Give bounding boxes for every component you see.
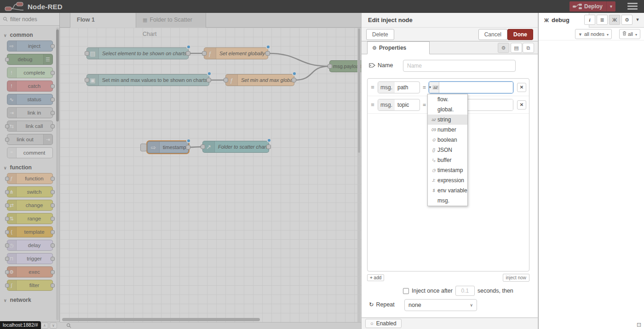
funnel-icon: ▼ [578,32,582,37]
repeat-icon: ↻ [369,301,374,308]
env-variable-type-icon: $ [430,185,437,196]
delete-button[interactable]: Delete [366,29,394,40]
dialog-footer: ○Enabled [362,317,538,329]
buffer-type-icon: ¹₀ [430,155,437,165]
msg-prefix: msg. [378,82,395,93]
type-option-env-variable[interactable]: $env variable [428,185,467,196]
inject-now-button[interactable]: inject now [503,274,529,282]
tab-debug[interactable]: Жdebug [539,13,589,28]
sidebar-options-caret[interactable]: ▾ [634,15,641,25]
inject-once-row: Inject once after seconds, then [403,286,513,296]
chevron-down-icon: ▾ [607,33,609,37]
property-key-path[interactable]: msg. path [378,81,420,93]
sidebar-header: Жdebug i ≣ Ж ⚙ ▾ [539,13,644,28]
browser-status-tooltip: localhost:1882/# [0,321,41,329]
type-option-label: env variable [437,185,467,196]
add-property-button[interactable]: + add [367,274,384,281]
debug-sidebar: Жdebug i ≣ Ж ⚙ ▾ ▼all nodes▾ all▾ ⊡ [538,13,644,329]
open-window-icon[interactable]: ⊡ [637,322,641,328]
drag-handle-icon[interactable]: ≡ [369,84,376,91]
equals-sign: = [423,84,426,91]
type-option-label: expression [437,175,464,185]
editor-shade-header [0,0,644,13]
path-value-input[interactable] [439,82,513,93]
trash-icon [622,31,627,36]
type-option-label: buffer [437,155,451,165]
bug-icon: Ж [544,17,549,23]
type-option-msg-[interactable]: msg. [428,196,467,206]
msg-prefix: msg. [378,99,395,110]
name-field[interactable] [403,60,516,72]
edit-inject-node-dialog: Edit inject node Delete Cancel Done ⚙Pro… [361,13,538,329]
type-option-label: msg. [437,196,449,206]
node-red-app: Node-RED Deploy ▾ ∨common⇨inject☰debug!c… [0,0,644,329]
seconds-suffix-label: seconds, then [477,288,513,294]
type-option-json[interactable]: {}JSON [428,145,467,155]
chevron-down-icon: ∨ [470,300,473,311]
debug-messages-panel [539,40,644,321]
config-tab-button[interactable]: ⚙ [621,15,632,25]
inject-once-label: Inject once after [412,288,453,294]
appearance-button[interactable]: ⧉ [523,43,534,53]
string-type-icon: az [432,85,439,90]
property-key-topic[interactable]: msg. topic [378,99,420,111]
type-option-expression[interactable]: J:expression [428,175,467,185]
type-option-buffer[interactable]: ¹₀buffer [428,155,467,165]
name-row: Name [369,62,393,69]
property-name: path [395,84,411,91]
edit-properties-button[interactable]: ⚙ [498,43,509,53]
help-tab-button[interactable]: ≣ [597,15,608,25]
seconds-input[interactable] [455,286,475,296]
inject-once-checkbox[interactable] [403,288,409,294]
chevron-down-icon: ▾ [635,33,637,37]
sidebar-footer: ⊡ [539,321,644,329]
tag-icon [369,63,375,68]
remove-property-button[interactable]: ✕ [517,83,526,92]
timestamp-type-icon: ◷ [430,165,437,175]
clear-messages-button[interactable]: all▾ [619,29,640,39]
type-option-label: boolean [437,135,457,145]
dialog-body: Name ≡ msg. path = ▾ az [362,54,538,317]
dialog-tabs: ⚙Properties ⚙ ▤ ⧉ [362,41,538,54]
property-name: topic [395,102,412,108]
type-option-flow-[interactable]: flow. [428,94,467,104]
info-tab-button[interactable]: i [584,15,595,25]
description-button[interactable]: ▤ [511,43,522,53]
dialog-toolbar: Delete Cancel Done [362,28,538,41]
type-option-label: number [437,125,456,135]
tab-properties[interactable]: ⚙Properties [367,41,430,54]
name-label: Name [378,62,393,69]
type-option-number[interactable]: 09number [428,125,467,135]
json-type-icon: {} [430,145,437,155]
type-option-label: flow. [437,94,448,104]
repeat-row: ↻ Repeat none ∨ [369,301,395,308]
debug-filter-row: ▼all nodes▾ all▾ [539,28,644,40]
type-option-string[interactable]: azstring [428,115,467,125]
done-button[interactable]: Done [507,29,533,40]
enabled-toggle[interactable]: ○Enabled [365,319,402,328]
type-option-global-[interactable]: global. [428,104,467,115]
dialog-title: Edit inject node [362,13,538,28]
repeat-label: Repeat [376,301,394,308]
type-option-timestamp[interactable]: ◷timestamp [428,165,467,175]
drag-handle-icon[interactable]: ≡ [369,101,376,108]
expression-type-icon: J: [430,175,437,185]
editor-shade [0,13,361,329]
type-option-label: global. [437,104,454,115]
type-option-label: JSON [437,145,452,155]
type-select-button[interactable]: ▾ az [429,82,439,93]
string-type-icon: az [430,115,437,125]
debug-tab-button[interactable]: Ж [609,15,620,25]
typed-input-path[interactable]: ▾ az [429,81,513,93]
cancel-button[interactable]: Cancel [478,29,507,40]
gear-icon: ⚙ [372,45,377,51]
boolean-type-icon: ⊙ [430,135,437,145]
equals-sign: = [423,102,426,108]
chevron-down-icon: ▾ [429,85,431,89]
filter-nodes-button[interactable]: ▼all nodes▾ [575,29,612,39]
remove-property-button[interactable]: ✕ [517,100,526,110]
repeat-select[interactable]: none ∨ [404,299,477,311]
type-option-boolean[interactable]: ⊙boolean [428,135,467,145]
type-option-label: string [437,115,451,125]
type-option-label: timestamp [437,165,463,175]
